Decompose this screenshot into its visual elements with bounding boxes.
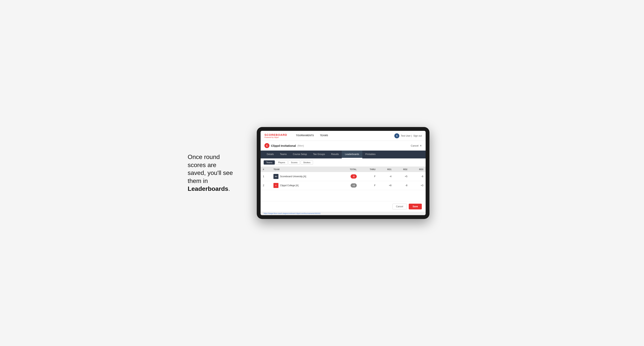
table-row: 1 SU Scoreboard University [A] -5 F	[260, 172, 426, 181]
row1-team-cell: SU Scoreboard University [A]	[271, 172, 338, 181]
tab-printables[interactable]: Printables	[362, 151, 378, 159]
filter-players-btn[interactable]: Players	[276, 160, 288, 165]
tab-teams[interactable]: Teams	[277, 151, 290, 159]
col-team: TEAM	[271, 167, 338, 172]
row2-team-cell: C Clippd College [A]	[271, 181, 338, 190]
row1-team-info: SU Scoreboard University [A]	[274, 174, 336, 179]
app-logo: SCOREBOARD	[264, 133, 287, 136]
logo-board: BOARD	[276, 133, 287, 136]
row1-rank: 1	[260, 172, 271, 181]
content-area: # TEAM TOTAL THRU RD1 RD2 RD3 1	[260, 167, 426, 201]
close-icon[interactable]: ✕	[420, 144, 422, 147]
row1-rd1: -4	[378, 172, 394, 181]
description-line3: saved, you'll see	[188, 169, 233, 176]
col-rd2: RD2	[394, 167, 410, 172]
row2-team-name: Clippd College [A]	[280, 184, 298, 187]
tournament-cancel-area[interactable]: Cancel ✕	[411, 144, 422, 147]
left-description: Once round scores are saved, you'll see …	[188, 153, 245, 193]
sign-out-link[interactable]: Sign out	[413, 135, 422, 137]
tournament-gender: (Men)	[298, 144, 304, 147]
table-header: # TEAM TOTAL THRU RD1 RD2 RD3	[260, 167, 426, 172]
top-nav: SCOREBOARD Powered by clippd TOURNAMENTS…	[260, 131, 426, 141]
status-bar: https://stage-blue-coach.stagescoreboard…	[260, 212, 426, 215]
description-line1: Once round	[188, 154, 220, 160]
modal-footer: Cancel Save	[260, 201, 426, 212]
row1-team-name: Scoreboard University [A]	[280, 175, 306, 178]
row2-total-badge: +3	[350, 183, 357, 187]
logo-area: SCOREBOARD Powered by clippd	[264, 133, 287, 138]
tournament-cancel-label: Cancel	[411, 144, 418, 147]
logo-score: SCORE	[264, 133, 276, 136]
col-rd1: RD1	[378, 167, 394, 172]
row2-total: +3	[338, 181, 359, 190]
leaderboard-table: # TEAM TOTAL THRU RD1 RD2 RD3 1	[260, 167, 426, 190]
powered-by: Powered by clippd	[264, 136, 287, 138]
row1-team-logo: SU	[274, 174, 278, 179]
filter-strokes-btn[interactable]: Strokes	[301, 160, 313, 165]
row2-thru: F	[359, 181, 378, 190]
status-url: https://stage-blue-coach.stagescoreboard…	[264, 212, 320, 214]
col-rd3: RD3	[410, 167, 426, 172]
tab-leaderboards[interactable]: Leaderboards	[342, 151, 362, 159]
description-period: .	[228, 185, 230, 192]
nav-links: TOURNAMENTS TEAMS	[293, 131, 394, 141]
tournament-title-area: C Clippd Invitational (Men)	[264, 143, 304, 148]
tab-details[interactable]: Details	[264, 151, 277, 159]
row1-rd3: -6	[410, 172, 426, 181]
tournament-name: Clippd Invitational	[271, 144, 296, 147]
description-bold: Leaderboards	[188, 185, 228, 192]
row1-thru: F	[359, 172, 378, 181]
tablet-screen: SCOREBOARD Powered by clippd TOURNAMENTS…	[260, 131, 426, 215]
user-avatar: S	[394, 133, 399, 138]
cancel-button[interactable]: Cancel	[392, 204, 407, 209]
nav-teams[interactable]: TEAMS	[317, 131, 331, 141]
filter-teams-btn[interactable]: Teams	[264, 160, 275, 165]
filter-scores-btn[interactable]: Scores	[288, 160, 300, 165]
nav-tournaments[interactable]: TOURNAMENTS	[293, 131, 317, 141]
tournament-icon: C	[264, 143, 270, 148]
save-button[interactable]: Save	[409, 204, 422, 209]
tab-results[interactable]: Results	[328, 151, 342, 159]
row2-team-logo: C	[274, 183, 278, 188]
brand-name: clippd	[274, 136, 279, 138]
col-rank: #	[260, 167, 271, 172]
page-wrapper: Once round scores are saved, you'll see …	[188, 127, 456, 219]
row2-rank: 2	[260, 181, 271, 190]
col-total: TOTAL	[338, 167, 359, 172]
description-line2: scores are	[188, 162, 216, 169]
table-body: 1 SU Scoreboard University [A] -5 F	[260, 172, 426, 190]
tab-tee-groups[interactable]: Tee Groups	[310, 151, 328, 159]
row2-rd3: +3	[410, 181, 426, 190]
description-line4: them in	[188, 177, 208, 184]
row2-team-info: C Clippd College [A]	[274, 183, 336, 188]
tournament-header: C Clippd Invitational (Men) Cancel ✕	[260, 141, 426, 151]
user-name: Test User |	[401, 135, 412, 137]
row2-rd2: -8	[394, 181, 410, 190]
col-thru: THRU	[359, 167, 378, 172]
nav-right: S Test User | Sign out	[394, 133, 422, 138]
tablet-device: SCOREBOARD Powered by clippd TOURNAMENTS…	[257, 127, 430, 219]
filter-bar: Teams Players Scores Strokes	[260, 159, 426, 167]
row1-rd2: +5	[394, 172, 410, 181]
sub-nav: Details Teams Course Setup Tee Groups Re…	[260, 151, 426, 159]
row2-rd1: +8	[378, 181, 394, 190]
table-row: 2 C Clippd College [A] +3 F	[260, 181, 426, 190]
row1-total: -5	[338, 172, 359, 181]
tab-course-setup[interactable]: Course Setup	[290, 151, 310, 159]
row1-total-badge: -5	[350, 174, 357, 178]
